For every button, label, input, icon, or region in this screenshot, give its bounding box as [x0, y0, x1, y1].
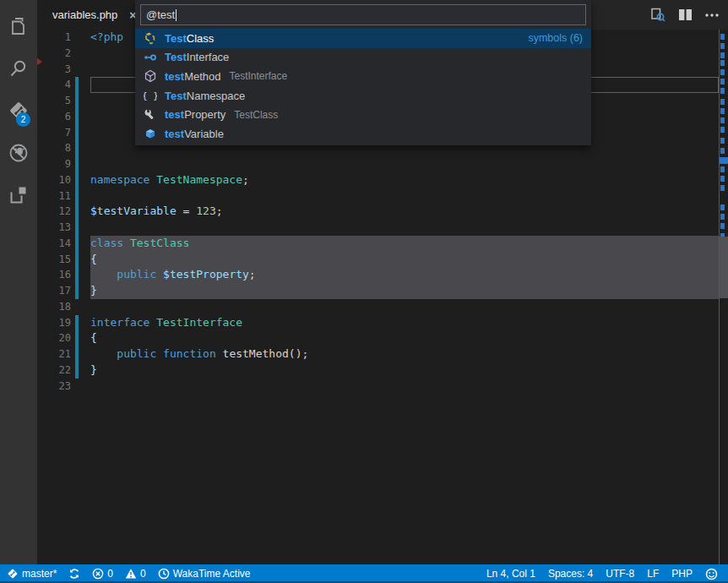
code-text[interactable]: {	[90, 252, 719, 268]
code-line-12[interactable]: 12$testVariable = 123;	[37, 204, 728, 220]
status-bar-left: master*00WakaTime Active	[0, 568, 251, 580]
symbol-item-testmethod[interactable]: testMethodTestInterface	[135, 67, 591, 86]
status-label: PHP	[671, 568, 693, 580]
status-utf-8[interactable]: UTF-8	[606, 568, 634, 580]
status-0[interactable]: 0	[125, 568, 146, 580]
code-line-22[interactable]: 22}	[37, 362, 728, 379]
glyph-margin	[37, 315, 54, 331]
code-text[interactable]	[90, 299, 719, 315]
status-smiley-icon[interactable]	[705, 568, 718, 580]
status-lf[interactable]: LF	[647, 568, 659, 580]
code-line-18[interactable]: 18	[37, 299, 728, 315]
code-text[interactable]: public function testMethod();	[90, 346, 719, 362]
ruler-mark	[720, 52, 725, 58]
glyph-margin	[37, 283, 54, 299]
line-number: 8	[54, 140, 71, 156]
git-modified-indicator	[75, 267, 79, 283]
git-modified-indicator	[75, 188, 79, 204]
glyph-margin	[37, 252, 54, 268]
code-line-16[interactable]: 16 public $testProperty;	[37, 267, 728, 283]
symbol-list: TestClasssymbols (6)TestInterfacetestMet…	[135, 29, 591, 145]
more-actions-button[interactable]	[704, 13, 720, 18]
symbol-name: TestClass	[165, 32, 214, 45]
quick-open-input[interactable]: @test	[140, 4, 586, 25]
code-text[interactable]	[90, 156, 719, 172]
code-line-9[interactable]: 9	[37, 156, 728, 172]
glyph-margin	[37, 188, 54, 204]
glyph-margin	[37, 299, 54, 315]
status-bar: master*00WakaTime Active Ln 4, Col 1Spac…	[0, 564, 728, 583]
ruler-mark	[720, 176, 725, 182]
line-number: 4	[54, 77, 71, 93]
activity-files-icon[interactable]	[0, 5, 37, 47]
ruler-mark	[720, 185, 725, 191]
symbol-item-testnamespace[interactable]: { }TestNamespace	[135, 86, 591, 106]
line-number: 14	[54, 236, 71, 252]
glyph-margin	[37, 172, 54, 188]
ruler-mark	[720, 223, 725, 229]
code-text[interactable]	[90, 220, 719, 236]
git-modified-indicator	[75, 30, 79, 46]
code-line-21[interactable]: 21 public function testMethod();	[37, 346, 728, 362]
editor-actions	[650, 0, 728, 30]
symbol-item-testvariable[interactable]: testVariable	[135, 124, 591, 144]
ruler-mark	[720, 166, 725, 172]
line-number: 19	[54, 315, 71, 331]
code-text[interactable]	[90, 379, 719, 395]
activity-debug-icon[interactable]	[0, 132, 37, 174]
status-ln-4-col-1[interactable]: Ln 4, Col 1	[486, 568, 535, 580]
code-line-20[interactable]: 20{	[37, 330, 728, 346]
code-text[interactable]: $testVariable = 123;	[90, 204, 719, 220]
code-text[interactable]: public $testProperty;	[90, 267, 719, 283]
status-php[interactable]: PHP	[671, 568, 693, 580]
code-line-14[interactable]: 14class TestClass	[37, 236, 728, 252]
code-line-23[interactable]: 23	[37, 379, 728, 395]
search-icon	[8, 57, 30, 79]
glyph-margin	[37, 267, 54, 283]
activity-extensions-icon[interactable]	[0, 174, 37, 216]
code-text[interactable]	[90, 188, 719, 204]
line-number: 13	[54, 220, 71, 236]
code-text[interactable]: namespace TestNamespace;	[90, 172, 719, 188]
tab-variables-php[interactable]: variables.php ×	[37, 0, 147, 30]
code-line-15[interactable]: 15{	[37, 252, 728, 268]
status-label: WakaTime Active	[173, 568, 251, 580]
code-text[interactable]: class TestClass	[90, 236, 719, 252]
overview-ruler[interactable]	[719, 30, 728, 564]
code-line-19[interactable]: 19interface TestInterface	[37, 315, 728, 331]
code-text[interactable]: {	[90, 330, 719, 346]
code-line-10[interactable]: 10namespace TestNamespace;	[37, 172, 728, 188]
symbol-item-testproperty[interactable]: testPropertyTestClass	[135, 105, 591, 124]
clock-icon	[158, 568, 170, 580]
code-text[interactable]: }	[90, 362, 719, 379]
symbol-name: TestInterface	[165, 51, 229, 63]
open-preview-button[interactable]	[650, 7, 666, 23]
line-number: 5	[54, 93, 71, 109]
code-line-11[interactable]: 11	[37, 188, 728, 204]
code-text[interactable]: }	[90, 283, 719, 299]
code-text[interactable]: interface TestInterface	[90, 315, 719, 331]
activity-search-icon[interactable]	[0, 47, 37, 90]
glyph-margin	[37, 236, 54, 252]
line-number: 16	[54, 267, 71, 283]
files-icon	[8, 15, 30, 37]
status-sync-icon[interactable]	[68, 568, 80, 580]
code-line-13[interactable]: 13	[37, 220, 728, 236]
status-label: 0	[107, 568, 113, 580]
line-number: 21	[54, 346, 71, 362]
symbol-count-badge: symbols (6)	[528, 32, 583, 44]
split-editor-button[interactable]	[678, 8, 693, 21]
status-0[interactable]: 0	[92, 568, 113, 580]
error-icon	[92, 568, 104, 580]
status-spaces-4[interactable]: Spaces: 4	[548, 568, 593, 580]
symbol-item-testclass[interactable]: TestClasssymbols (6)	[135, 29, 591, 48]
symbol-item-testinterface[interactable]: TestInterface	[135, 48, 591, 68]
ruler-mark	[720, 108, 725, 114]
glyph-margin	[37, 379, 54, 395]
sync-icon	[68, 568, 80, 580]
code-line-17[interactable]: 17}	[37, 283, 728, 299]
status-wakatime-active[interactable]: WakaTime Active	[158, 568, 251, 580]
activity-source-control-icon[interactable]: 2	[0, 90, 37, 132]
status-master[interactable]: master*	[7, 568, 57, 580]
git-modified-indicator	[75, 220, 79, 236]
